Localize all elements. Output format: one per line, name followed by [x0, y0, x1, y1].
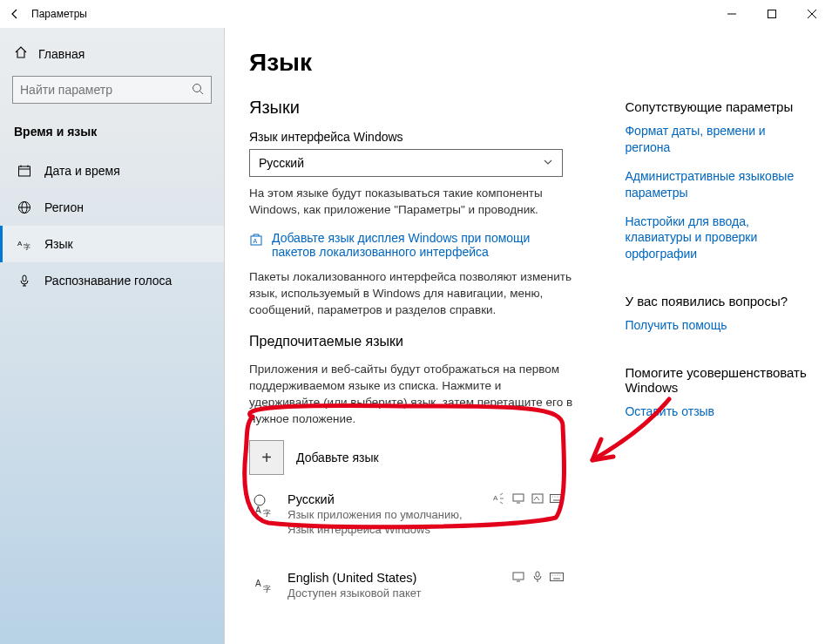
lip-desc: Пакеты локализованного интерфейса позвол… — [249, 269, 572, 319]
plus-icon: + — [249, 440, 284, 475]
language-subtitle: Доступен языковой пакет — [287, 586, 499, 601]
sidebar-item-datetime[interactable]: Дата и время — [0, 153, 224, 189]
svg-rect-23 — [551, 495, 564, 503]
svg-text:字: 字 — [263, 585, 271, 593]
related-link-2[interactable]: Административные языковые параметры — [625, 168, 808, 201]
display-icon — [511, 571, 525, 583]
page-title: Язык — [249, 49, 572, 77]
sidebar-item-label: Регион — [44, 200, 84, 214]
question-heading: У вас появились вопросы? — [625, 294, 808, 308]
svg-point-26 — [555, 497, 556, 498]
add-language-label: Добавьте язык — [296, 451, 379, 464]
close-button[interactable] — [792, 0, 832, 28]
svg-point-37 — [555, 574, 556, 575]
svg-point-28 — [560, 497, 561, 498]
sidebar-item-language[interactable]: A字 Язык — [0, 226, 224, 262]
handwriting-icon — [531, 492, 545, 505]
svg-rect-13 — [23, 275, 26, 281]
svg-point-39 — [560, 574, 561, 575]
calendar-icon — [17, 163, 32, 179]
svg-line-3 — [200, 91, 204, 94]
language-list: A字 Русский Язык приложения по умолчанию,… — [249, 484, 572, 610]
svg-rect-34 — [536, 572, 539, 577]
chevron-down-icon — [543, 156, 553, 170]
store-icon: A — [249, 233, 265, 249]
add-language-button[interactable]: + Добавьте язык — [249, 440, 572, 475]
feedback-heading: Помогите усовершенствовать Windows — [625, 365, 808, 395]
display-language-select[interactable]: Русский — [249, 149, 563, 177]
svg-text:A: A — [255, 505, 261, 515]
svg-point-16 — [254, 495, 265, 505]
sidebar: Главная Время и язык Дата и время — [0, 28, 225, 644]
content-pane: Язык Языки Язык интерфейса Windows Русск… — [249, 49, 572, 627]
search-input[interactable] — [20, 83, 192, 97]
search-box[interactable] — [12, 76, 212, 104]
home-link[interactable]: Главная — [0, 38, 224, 69]
get-help-link[interactable]: Получить помощь — [625, 317, 808, 334]
svg-rect-1 — [768, 10, 776, 18]
language-glyph-icon: A字 — [253, 573, 275, 598]
sidebar-item-label: Дата и время — [44, 164, 120, 178]
window-title: Параметры — [31, 8, 87, 20]
maximize-button[interactable] — [752, 0, 792, 28]
language-item-english[interactable]: A字 English (United States) Доступен язык… — [249, 562, 572, 610]
speech-icon — [531, 571, 545, 583]
minimize-button[interactable] — [712, 0, 752, 28]
right-pane: Сопутствующие параметры Формат даты, вре… — [625, 49, 808, 627]
globe-icon — [17, 200, 32, 215]
svg-point-36 — [552, 574, 553, 575]
language-name: English (United States) — [287, 571, 499, 585]
search-icon — [192, 83, 204, 98]
svg-point-27 — [558, 497, 558, 498]
svg-text:A: A — [493, 494, 498, 502]
display-language-value: Русский — [259, 156, 304, 170]
svg-rect-22 — [532, 494, 543, 503]
display-language-desc: На этом языке будут показываться такие к… — [249, 186, 572, 219]
language-glyph-icon: A字 — [253, 494, 275, 519]
language-subtitle: Язык приложения по умолчанию, Язык интер… — [287, 508, 480, 538]
svg-text:A: A — [255, 579, 261, 588]
svg-text:字: 字 — [263, 509, 271, 517]
related-link-3[interactable]: Настройки для ввода, клавиатуры и провер… — [625, 214, 808, 263]
preferred-desc: Приложения и веб-сайты будут отображатьс… — [249, 362, 572, 428]
svg-text:字: 字 — [24, 243, 30, 251]
back-button[interactable] — [7, 6, 23, 22]
svg-rect-35 — [551, 573, 564, 580]
preferred-heading: Предпочитаемые языки — [249, 334, 572, 349]
sidebar-item-label: Язык — [44, 237, 73, 251]
language-icon: A字 — [17, 236, 32, 252]
svg-rect-4 — [19, 166, 30, 176]
svg-rect-32 — [513, 573, 524, 580]
lip-link[interactable]: Добавьте язык дисплея Windows при помощи… — [272, 231, 572, 259]
tts-icon: A — [492, 492, 506, 505]
svg-point-38 — [558, 574, 558, 575]
svg-rect-20 — [513, 494, 524, 501]
home-label: Главная — [38, 47, 85, 61]
svg-text:A: A — [17, 240, 23, 247]
titlebar: Параметры — [0, 0, 832, 28]
lip-link-block[interactable]: A Добавьте язык дисплея Windows при помо… — [249, 231, 572, 259]
svg-text:A: A — [254, 238, 258, 244]
sidebar-item-speech[interactable]: Распознавание голоса — [0, 262, 224, 299]
svg-point-25 — [552, 497, 553, 498]
microphone-icon — [17, 273, 32, 288]
display-language-label: Язык интерфейса Windows — [249, 130, 572, 144]
related-heading: Сопутствующие параметры — [625, 99, 808, 114]
language-item-russian[interactable]: A字 Русский Язык приложения по умолчанию,… — [249, 484, 572, 546]
sidebar-item-label: Распознавание голоса — [44, 274, 172, 288]
related-link-1[interactable]: Формат даты, времени и региона — [625, 123, 808, 156]
feedback-link[interactable]: Оставить отзыв — [625, 403, 808, 420]
svg-point-2 — [193, 84, 201, 92]
languages-heading: Языки — [249, 98, 572, 118]
category-title: Время и язык — [0, 116, 224, 147]
home-icon — [14, 45, 28, 62]
sidebar-item-region[interactable]: Регион — [0, 189, 224, 226]
keyboard-icon — [550, 492, 564, 505]
display-icon — [511, 492, 525, 505]
language-name: Русский — [287, 492, 480, 506]
keyboard-icon — [550, 571, 564, 583]
